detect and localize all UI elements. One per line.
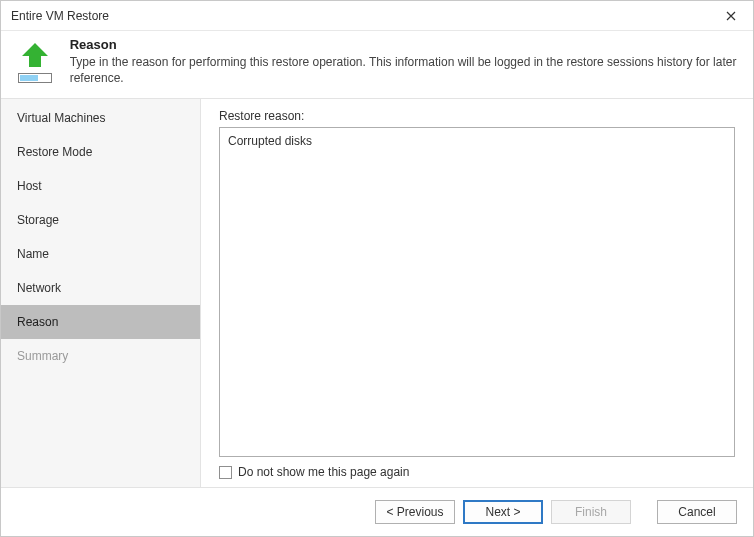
sidebar-item-storage[interactable]: Storage (1, 203, 200, 237)
arrow-up-icon (18, 41, 52, 69)
sidebar-item-host[interactable]: Host (1, 169, 200, 203)
dont-show-row[interactable]: Do not show me this page again (219, 465, 735, 479)
reason-field-label: Restore reason: (219, 109, 735, 123)
cancel-button[interactable]: Cancel (657, 500, 737, 524)
finish-button: Finish (551, 500, 631, 524)
previous-button[interactable]: < Previous (375, 500, 455, 524)
wizard-main-panel: Restore reason: Do not show me this page… (201, 99, 753, 487)
close-button[interactable] (709, 1, 753, 31)
sidebar-item-label: Virtual Machines (17, 111, 106, 125)
sidebar-item-label: Name (17, 247, 49, 261)
sidebar-item-restore-mode[interactable]: Restore Mode (1, 135, 200, 169)
wizard-header-text: Reason Type in the reason for performing… (70, 37, 739, 86)
button-label: Finish (575, 505, 607, 519)
sidebar-item-reason[interactable]: Reason (1, 305, 200, 339)
close-icon (726, 8, 736, 24)
sidebar-item-name[interactable]: Name (1, 237, 200, 271)
sidebar-item-label: Reason (17, 315, 58, 329)
sidebar-item-network[interactable]: Network (1, 271, 200, 305)
wizard-step-description: Type in the reason for performing this r… (70, 54, 739, 86)
reason-textarea[interactable] (219, 127, 735, 457)
button-gap (639, 500, 649, 524)
sidebar-item-virtual-machines[interactable]: Virtual Machines (1, 101, 200, 135)
svg-rect-1 (20, 75, 38, 81)
wizard-footer: < Previous Next > Finish Cancel (1, 487, 753, 536)
sidebar-item-label: Summary (17, 349, 68, 363)
sidebar-item-label: Restore Mode (17, 145, 92, 159)
button-label: < Previous (386, 505, 443, 519)
wizard-icon (15, 37, 56, 86)
title-bar: Entire VM Restore (1, 1, 753, 31)
dont-show-checkbox[interactable] (219, 466, 232, 479)
dont-show-label: Do not show me this page again (238, 465, 409, 479)
wizard-steps-sidebar: Virtual Machines Restore Mode Host Stora… (1, 99, 201, 487)
next-button[interactable]: Next > (463, 500, 543, 524)
wizard-body: Virtual Machines Restore Mode Host Stora… (1, 98, 753, 487)
button-label: Next > (485, 505, 520, 519)
window-title: Entire VM Restore (11, 9, 709, 23)
sidebar-item-label: Network (17, 281, 61, 295)
sidebar-item-label: Host (17, 179, 42, 193)
wizard-header: Reason Type in the reason for performing… (1, 31, 753, 98)
button-label: Cancel (678, 505, 715, 519)
sidebar-item-label: Storage (17, 213, 59, 227)
progress-bar-icon (18, 73, 52, 83)
sidebar-item-summary: Summary (1, 339, 200, 373)
wizard-step-title: Reason (70, 37, 739, 52)
